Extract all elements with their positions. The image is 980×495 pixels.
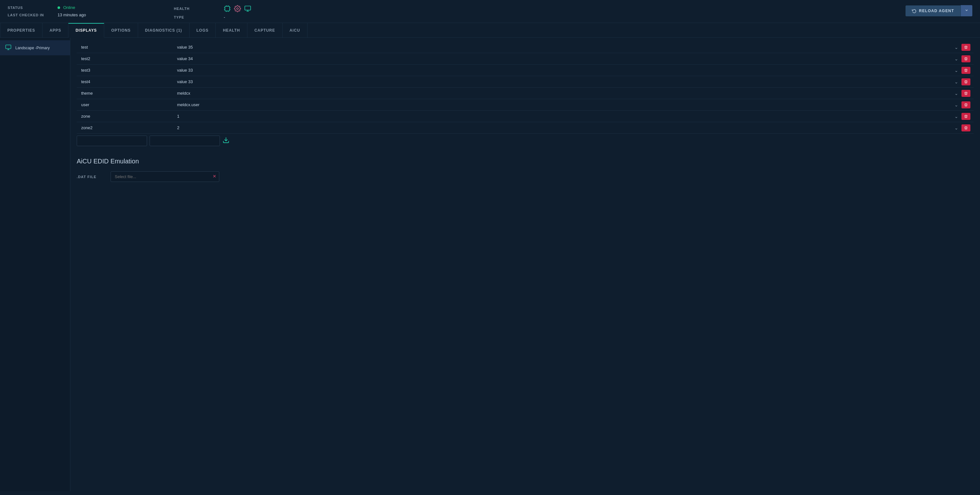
edid-section-title: AiCU EDID Emulation (77, 151, 974, 169)
prop-actions: ⌄ (951, 44, 974, 51)
tab-aicu[interactable]: AiCU (283, 23, 307, 37)
displays-content: test value 35 ⌄ test2 value 34 ⌄ (70, 38, 980, 491)
trash-icon (964, 45, 968, 49)
status-value: Online (57, 5, 75, 10)
close-icon (212, 174, 217, 178)
trash-icon (964, 126, 968, 130)
tab-properties[interactable]: PROPERTIES (0, 23, 43, 37)
delete-button[interactable] (961, 90, 970, 97)
delete-button[interactable] (961, 44, 970, 51)
reload-agent-chevron-button[interactable] (961, 5, 972, 16)
prop-key: zone (77, 111, 173, 122)
save-property-button[interactable] (223, 137, 229, 145)
dat-file-input[interactable] (111, 171, 219, 182)
delete-button[interactable] (961, 113, 970, 120)
table-row: user meldcx.user ⌄ (77, 99, 974, 111)
new-value-input[interactable] (150, 135, 220, 146)
tab-displays[interactable]: DISPLAYS (68, 23, 104, 38)
edid-file-row: .DAT FILE (77, 169, 974, 184)
sidebar: Landscape -Primary (0, 38, 70, 491)
delete-button[interactable] (961, 55, 970, 62)
prop-key: test2 (77, 53, 173, 64)
delete-button[interactable] (961, 101, 970, 108)
prop-value: meldcx.user (173, 99, 951, 110)
status-label: STATUS (8, 6, 52, 10)
tab-apps[interactable]: APPS (43, 23, 69, 37)
health-section: HEALTH TYPE (174, 5, 263, 19)
cpu-icon (224, 5, 231, 12)
table-row: zone2 2 ⌄ (77, 122, 974, 134)
trash-icon (964, 114, 968, 119)
status-row: STATUS Online (8, 5, 110, 10)
add-property-row (77, 134, 974, 151)
trash-icon (964, 57, 968, 61)
reload-icon (912, 9, 916, 13)
status-section: STATUS Online LAST CHECKED IN 13 minutes… (8, 5, 110, 17)
prop-key: user (77, 99, 173, 110)
monitor-icon (5, 44, 11, 51)
expand-icon[interactable]: ⌄ (955, 114, 958, 119)
expand-icon[interactable]: ⌄ (955, 68, 958, 73)
delete-button[interactable] (961, 78, 970, 85)
expand-icon[interactable]: ⌄ (955, 45, 958, 50)
tab-capture[interactable]: CAPTURE (247, 23, 283, 37)
new-key-input[interactable] (77, 135, 147, 146)
reload-agent-container: RELOAD AGENT (905, 5, 972, 16)
dat-file-label: .DAT FILE (77, 175, 105, 179)
tab-logs[interactable]: LOGS (189, 23, 216, 37)
expand-icon[interactable]: ⌄ (955, 79, 958, 84)
health-icons (224, 5, 251, 12)
prop-key: test4 (77, 76, 173, 87)
delete-button[interactable] (961, 124, 970, 131)
expand-icon[interactable]: ⌄ (955, 125, 958, 131)
expand-icon[interactable]: ⌄ (955, 56, 958, 61)
table-row: zone 1 ⌄ (77, 111, 974, 122)
type-label: TYPE (174, 15, 219, 19)
type-value: - (224, 15, 225, 19)
trash-icon (964, 80, 968, 84)
health-label: HEALTH (174, 7, 219, 11)
prop-value: meldcx (173, 88, 951, 99)
expand-icon[interactable]: ⌄ (955, 102, 958, 107)
reload-agent-button[interactable]: RELOAD AGENT (905, 5, 961, 16)
sidebar-item-landscape-primary[interactable]: Landscape -Primary (0, 40, 70, 55)
table-row: test4 value 33 ⌄ (77, 76, 974, 88)
tab-health[interactable]: HEALTH (216, 23, 247, 37)
tab-options[interactable]: OPTIONS (104, 23, 138, 37)
prop-key: zone2 (77, 122, 173, 133)
display-health-icon (244, 5, 251, 12)
prop-actions: ⌄ (951, 124, 974, 131)
svg-rect-13 (6, 45, 11, 49)
clear-file-button[interactable] (212, 174, 217, 180)
chevron-down-icon (965, 8, 969, 12)
prop-value: 2 (173, 122, 951, 133)
header: STATUS Online LAST CHECKED IN 13 minutes… (0, 0, 980, 23)
svg-rect-0 (225, 6, 230, 11)
trash-icon (964, 91, 968, 95)
last-checked-label: LAST CHECKED IN (8, 13, 52, 17)
last-checked-row: LAST CHECKED IN 13 minutes ago (8, 13, 110, 17)
delete-button[interactable] (961, 67, 970, 74)
prop-key: theme (77, 88, 173, 99)
prop-actions: ⌄ (951, 55, 974, 62)
online-indicator (57, 6, 60, 9)
trash-icon (964, 103, 968, 107)
expand-icon[interactable]: ⌄ (955, 91, 958, 96)
table-row: test3 value 33 ⌄ (77, 65, 974, 76)
svg-rect-10 (245, 6, 251, 10)
prop-key: test3 (77, 65, 173, 76)
trash-icon (964, 68, 968, 73)
sidebar-item-label: Landscape -Primary (15, 46, 49, 50)
prop-actions: ⌄ (951, 90, 974, 97)
table-row: theme meldcx ⌄ (77, 88, 974, 99)
prop-actions: ⌄ (951, 67, 974, 74)
properties-table: test value 35 ⌄ test2 value 34 ⌄ (77, 41, 974, 134)
prop-actions: ⌄ (951, 113, 974, 120)
edid-section: AiCU EDID Emulation .DAT FILE (77, 151, 974, 184)
tab-diagnostics[interactable]: DIAGNOSTICS (1) (138, 23, 189, 37)
prop-value: value 34 (173, 53, 951, 64)
prop-actions: ⌄ (951, 101, 974, 108)
table-row: test value 35 ⌄ (77, 41, 974, 53)
settings-icon (234, 5, 241, 12)
online-text: Online (63, 5, 75, 10)
